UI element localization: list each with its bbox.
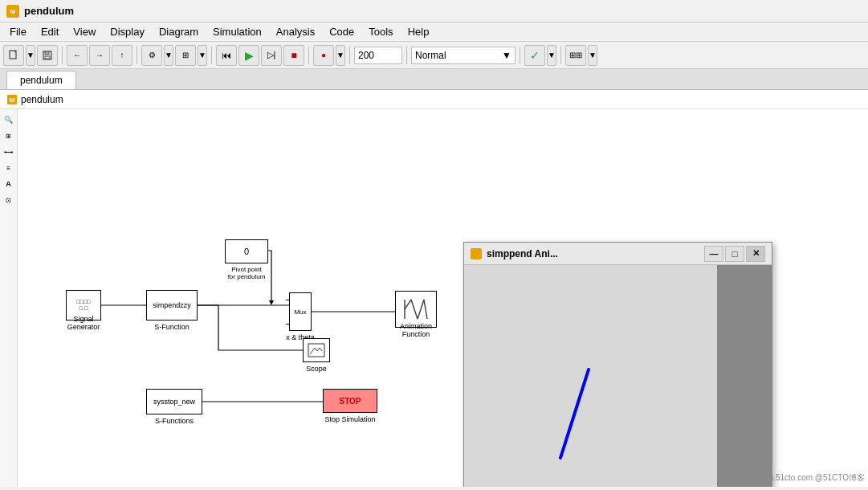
title-bar: M pendulum <box>0 0 868 22</box>
check-button[interactable]: ✓ <box>524 45 545 66</box>
signal-generator-label: SignalGenerator <box>67 315 100 331</box>
animation-function-block[interactable]: AnimationFunction <box>395 291 437 328</box>
sep7 <box>520 47 520 64</box>
apps-button[interactable]: ⊞⊞ <box>565 45 586 66</box>
tool-4[interactable]: ≡ <box>2 161 16 175</box>
popup-sidebar: Close <box>717 265 772 487</box>
scope-label: Scope <box>306 365 327 373</box>
window-title: pendulum <box>24 5 74 17</box>
stop-simulation-block[interactable]: STOP Stop Simulation <box>323 389 377 413</box>
svg-rect-6 <box>45 56 50 59</box>
sep6 <box>406 47 407 64</box>
main-area: 🔍 ⊞ ⟷ ≡ A ⊡ <box>0 109 868 487</box>
left-tools: 🔍 ⊞ ⟷ ≡ A ⊡ <box>0 109 18 487</box>
tab-pendulum[interactable]: pendulum <box>6 71 76 89</box>
sep1 <box>62 47 63 64</box>
popup-title: simppend Ani... <box>487 248 703 259</box>
menu-help[interactable]: Help <box>401 24 436 39</box>
grid-button[interactable]: ⊞ <box>175 45 196 66</box>
signal-generator-block[interactable]: □□□□ □ □ SignalGenerator <box>66 290 101 321</box>
simpendzzy-block[interactable]: simpendzzy S-Function <box>146 290 198 321</box>
dropdown-arrow-new[interactable]: ▼ <box>26 45 35 66</box>
step-forward-button[interactable]: ▷| <box>261 45 282 66</box>
settings-button[interactable]: ⚙ <box>141 45 162 66</box>
sysstop-text: sysstop_new <box>153 398 195 406</box>
tool-3[interactable]: ⟷ <box>2 145 16 159</box>
svg-marker-11 <box>269 300 274 305</box>
svg-line-21 <box>411 300 418 319</box>
pendulum-svg <box>464 265 717 487</box>
new-button[interactable] <box>3 45 24 66</box>
popup-window: simppend Ani... — □ ✕ Close <box>463 242 772 487</box>
sysstop-label: S-Functions <box>155 417 194 425</box>
svg-text:M: M <box>10 8 16 15</box>
up-button[interactable]: ↑ <box>112 45 132 66</box>
menu-simulation[interactable]: Simulation <box>206 24 268 39</box>
save-button[interactable] <box>37 45 58 66</box>
breadcrumb-bar: M pendulum <box>0 90 868 109</box>
menu-file[interactable]: File <box>3 24 33 39</box>
dropdown-arrow-settings[interactable]: ▼ <box>164 45 173 66</box>
sep4 <box>308 47 309 64</box>
pivot-value: 0 <box>244 247 249 256</box>
sep3 <box>211 47 212 64</box>
tab-bar: pendulum <box>0 69 868 90</box>
sim-mode-value: Normal <box>415 50 446 61</box>
svg-line-22 <box>418 300 424 319</box>
zoom-in-tool[interactable]: 🔍 <box>2 112 16 127</box>
popup-maximize-button[interactable]: □ <box>725 246 744 262</box>
menu-display[interactable]: Display <box>104 24 151 39</box>
app-icon: M <box>6 5 19 18</box>
step-back-button[interactable]: ⏮ <box>216 45 237 66</box>
scope-block[interactable]: Scope <box>303 338 330 362</box>
stop-sim-text: STOP <box>339 397 361 406</box>
popup-content: Close <box>464 265 772 487</box>
play-button[interactable]: ▶ <box>238 45 259 66</box>
simpendzzy-label: S-Function <box>154 323 189 331</box>
svg-rect-5 <box>45 51 49 55</box>
svg-line-20 <box>405 300 411 309</box>
pivot-block[interactable]: 0 Pivot pointfor pendulum <box>225 239 268 263</box>
sysstop-block[interactable]: sysstop_new S-Functions <box>146 389 202 414</box>
dropdown-arrow-grid[interactable]: ▼ <box>198 45 207 66</box>
dropdown-arrow-record[interactable]: ▼ <box>336 45 345 66</box>
popup-titlebar: simppend Ani... — □ ✕ <box>464 243 772 265</box>
sep8 <box>560 47 561 64</box>
menu-analysis[interactable]: Analysis <box>270 24 321 39</box>
menu-code[interactable]: Code <box>323 24 361 39</box>
toolbar: ▼ ← → ↑ ⚙ ▼ ⊞ ▼ ⏮ ▶ ▷| ■ ● ▼ Normal ▼ ✓ … <box>0 42 868 69</box>
simpendzzy-text: simpendzzy <box>153 301 191 309</box>
sim-mode-dropdown[interactable]: Normal ▼ <box>411 47 516 64</box>
sep2 <box>137 47 137 64</box>
pivot-label: Pivot pointfor pendulum <box>228 266 266 280</box>
dropdown-arrow-mode: ▼ <box>502 50 511 61</box>
svg-line-23 <box>424 300 427 319</box>
menu-bar: File Edit View Display Diagram Simulatio… <box>0 22 868 42</box>
mux-text: Mux <box>294 308 306 316</box>
animation-function-label: AnimationFunction <box>400 322 432 338</box>
text-tool[interactable]: A <box>2 177 16 191</box>
stop-sim-label: Stop Simulation <box>324 415 375 423</box>
popup-minimize-button[interactable]: — <box>704 246 723 262</box>
popup-animation-canvas <box>464 265 717 487</box>
forward-button[interactable]: → <box>89 45 110 66</box>
menu-edit[interactable]: Edit <box>35 24 65 39</box>
mux-block[interactable]: Mux x & theta <box>289 292 312 331</box>
dropdown-arrow-check[interactable]: ▼ <box>547 45 556 66</box>
menu-tools[interactable]: Tools <box>362 24 399 39</box>
dropdown-arrow-apps[interactable]: ▼ <box>588 45 597 66</box>
popup-close-button[interactable]: ✕ <box>746 246 765 262</box>
popup-icon <box>471 248 482 259</box>
sep5 <box>349 47 350 64</box>
tool-6[interactable]: ⊡ <box>2 193 16 207</box>
back-button[interactable]: ← <box>67 45 88 66</box>
menu-view[interactable]: View <box>67 24 102 39</box>
breadcrumb: pendulum <box>21 94 63 105</box>
tool-2[interactable]: ⊞ <box>2 129 16 143</box>
svg-text:M: M <box>10 96 15 104</box>
stop-button[interactable]: ■ <box>283 45 304 66</box>
svg-line-25 <box>560 370 589 458</box>
menu-diagram[interactable]: Diagram <box>153 24 205 39</box>
record-button[interactable]: ● <box>313 45 334 66</box>
sim-time-input[interactable] <box>354 47 402 64</box>
